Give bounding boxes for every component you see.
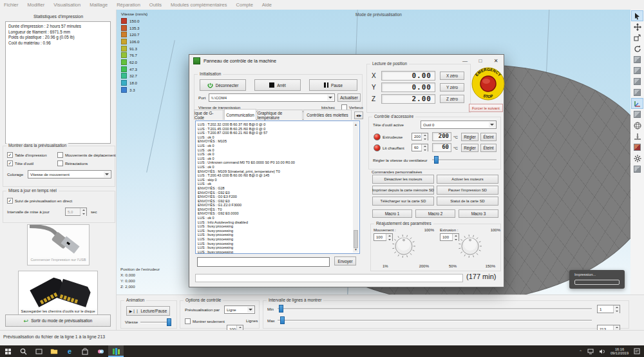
scale-tool[interactable] — [632, 33, 643, 43]
exit-preview-button[interactable]: ↩ Sortir du mode de prévisualisation — [5, 314, 111, 327]
menu-item[interactable]: Maillage — [90, 2, 108, 8]
custom-command-button[interactable]: Activer les moteurs — [437, 175, 498, 184]
communication-log[interactable]: LUS : T:202.32 /200 B:60.37 /60 B@:0 @:0… — [195, 121, 360, 254]
file-explorer-button[interactable] — [46, 345, 62, 357]
checkbox-toolhead[interactable]: Tête d'outil — [7, 160, 33, 166]
select-tool[interactable] — [632, 11, 643, 21]
toolhead-select[interactable]: Outil 0 — [421, 121, 497, 129]
stop-button[interactable]: Arrêt — [254, 79, 301, 91]
menu-item[interactable]: Aide — [262, 2, 272, 8]
slider-thumb[interactable] — [280, 316, 285, 324]
axis-zero-button[interactable]: X zéro — [440, 72, 464, 80]
menu-item[interactable]: Compte — [236, 2, 253, 8]
custom-command-button[interactable]: Pauser l'impression SD — [437, 186, 498, 195]
level-tool[interactable] — [632, 131, 643, 141]
spinner-arrows-icon[interactable] — [421, 144, 428, 151]
menu-item[interactable]: Réparation — [117, 2, 140, 8]
play-pause-button[interactable]: ▶❘❘ Lecture/Pause — [126, 306, 170, 316]
slider-thumb[interactable] — [279, 305, 283, 313]
view-iso[interactable] — [632, 55, 643, 64]
heater-off-button[interactable]: Éteint — [480, 133, 497, 141]
knob-spinner[interactable]: 100 — [440, 233, 459, 241]
custom-command-button[interactable]: Imprimer depuis la carte mémoire SD — [372, 186, 434, 195]
emergency-stop-button[interactable]: EMERGENCY STOP — [471, 66, 506, 102]
tray-chevron-icon[interactable]: ⌃ — [579, 349, 582, 354]
tab-1[interactable]: Communication — [224, 109, 256, 120]
start-button[interactable] — [0, 345, 15, 357]
task-view-button[interactable] — [31, 345, 46, 357]
min-slider[interactable] — [278, 305, 592, 313]
preview-by-select[interactable]: Ligne — [224, 305, 255, 314]
custom-command-button[interactable]: Statut de la carte SD — [437, 197, 498, 206]
section-tool[interactable] — [632, 142, 643, 152]
view-top[interactable] — [632, 77, 643, 86]
pause-button[interactable]: Pause — [309, 79, 357, 91]
show-only-checkbox[interactable]: Montrer seulement — [185, 318, 225, 324]
fan-speed-slider[interactable] — [432, 156, 497, 164]
tab-scroll-left-icon[interactable]: ◀ — [356, 113, 359, 117]
slider-thumb[interactable] — [167, 318, 171, 326]
refresh-ports-button[interactable]: Actualiser — [337, 93, 361, 102]
speed-slider[interactable] — [140, 318, 171, 326]
heater-off-button[interactable]: Éteint — [480, 144, 497, 152]
disconnect-button[interactable]: Déconnecter — [200, 79, 246, 91]
tab-0[interactable]: ique de G-Code — [194, 110, 223, 120]
save-to-disk-button[interactable]: Sauvegarder les chemins d'outils sur le … — [18, 271, 98, 317]
heater-set-button[interactable]: Régler — [461, 144, 478, 152]
scroll-up-icon[interactable]: ▲ — [353, 122, 359, 128]
axis-zero-button[interactable]: Z zéro — [440, 95, 464, 103]
checkbox-retractions[interactable]: Rétractations — [57, 160, 88, 166]
slicer-app-button[interactable] — [108, 345, 124, 357]
macro-button[interactable]: Macro 1 — [372, 209, 412, 218]
tab-3[interactable]: Contrôles des molettes — [303, 110, 352, 120]
checkbox-icon[interactable] — [57, 160, 63, 166]
custom-command-button[interactable]: Télécharger sur la carte SD — [372, 197, 434, 206]
scrollbar-thumb[interactable] — [354, 230, 358, 248]
network-icon[interactable] — [587, 349, 594, 354]
custom-command-button[interactable]: Désactiver les moteurs — [372, 175, 434, 184]
spinner-arrows-icon[interactable] — [80, 208, 86, 215]
view-side[interactable] — [632, 88, 643, 97]
adjustment-knob[interactable] — [391, 233, 417, 259]
checkbox-print-table[interactable]: Table d'impression — [7, 152, 47, 158]
menu-item[interactable]: Fichier — [4, 2, 19, 8]
action-center-icon[interactable] — [634, 348, 640, 354]
spinner-arrows-icon[interactable] — [613, 305, 620, 313]
wireframe-tool[interactable] — [632, 121, 643, 130]
colorage-select[interactable]: Vitesse de mouvement — [28, 170, 111, 179]
axis-zero-button[interactable]: Y zéro — [440, 83, 464, 92]
heater-set-button[interactable]: Régler — [461, 133, 478, 141]
menu-item[interactable]: Outils — [149, 2, 162, 8]
rotate-tool[interactable] — [632, 44, 643, 53]
macro-button[interactable]: Macro 2 — [415, 209, 455, 218]
paint3d-button[interactable] — [93, 345, 108, 357]
checkbox-icon[interactable] — [7, 198, 13, 204]
port-select[interactable]: \\.\COM4 — [209, 93, 335, 102]
menu-item[interactable]: Visualisation — [53, 2, 80, 8]
settings-tool[interactable] — [632, 153, 643, 163]
menu-item[interactable]: Modules complémentaires — [171, 2, 227, 8]
checkbox-icon[interactable] — [57, 152, 63, 158]
max-slider[interactable] — [278, 316, 592, 324]
heater-setpoint-spinner[interactable]: 200 — [412, 133, 428, 140]
search-button[interactable] — [15, 345, 31, 357]
checkbox-icon[interactable] — [7, 160, 13, 166]
view-front[interactable] — [632, 66, 643, 75]
send-button[interactable]: Envoyer — [334, 256, 356, 265]
tab-scroll-buttons[interactable]: ◀▶ — [354, 111, 363, 119]
tab-scroll-right-icon[interactable]: ▶ — [359, 113, 362, 117]
spinner-arrows-icon[interactable] — [421, 133, 428, 140]
min-line-spinner[interactable]: 1 — [597, 305, 620, 313]
checkbox-icon[interactable] — [7, 152, 13, 158]
volume-icon[interactable] — [599, 349, 605, 354]
interval-spinner[interactable]: 5,0 — [65, 207, 87, 216]
move-tool[interactable] — [632, 22, 643, 32]
menu-item[interactable]: Modifier — [28, 2, 45, 8]
log-scrollbar[interactable]: ▲ ▼ — [353, 122, 359, 253]
macro-button[interactable]: Macro 3 — [459, 209, 498, 218]
slice-tool[interactable] — [632, 164, 643, 174]
checkbox-icon[interactable] — [185, 318, 191, 324]
adjustment-knob[interactable] — [457, 233, 483, 259]
checkbox-live-follow[interactable]: Suivi de prévisualisation en direct — [7, 198, 72, 204]
edge-button[interactable]: e — [62, 345, 77, 357]
